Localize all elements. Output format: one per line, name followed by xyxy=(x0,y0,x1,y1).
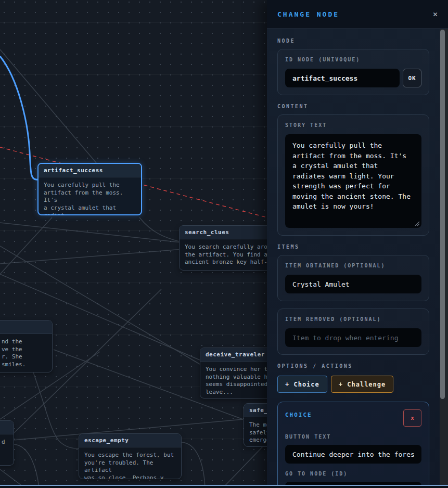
add-choice-button[interactable]: + Choice xyxy=(277,376,327,393)
panel-scroll-area: NODE ID NODE (UNIVOQUE) OK CONTENT STORY… xyxy=(267,29,440,485)
item-obtained-card: ITEM OBTAINED (OPTIONAL) xyxy=(277,255,429,301)
item-obtained-label: ITEM OBTAINED (OPTIONAL) xyxy=(285,263,421,268)
resize-grip-icon[interactable] xyxy=(415,221,420,226)
node-preview-text: You carefully pull the artifact from the… xyxy=(39,177,141,215)
change-node-panel: CHANGE NODE ✕ NODE ID NODE (UNIVOQUE) OK… xyxy=(267,0,448,488)
ok-button[interactable]: OK xyxy=(403,69,421,87)
selected-edge xyxy=(0,56,37,179)
panel-header: CHANGE NODE ✕ xyxy=(267,0,448,29)
node-title: escape_empty xyxy=(79,434,181,447)
id-node-input[interactable] xyxy=(285,69,400,87)
section-label-node: NODE xyxy=(277,38,429,44)
viewport-bottom-edge xyxy=(0,485,448,488)
node-preview-text: You escape the forest, but you're troubl… xyxy=(79,447,181,479)
remove-choice-button[interactable]: x xyxy=(403,409,421,427)
story-text-input[interactable]: You carefully pull the artifact from the… xyxy=(285,134,421,228)
item-removed-card: ITEM REMOVED (OPTIONAL) xyxy=(277,309,429,355)
item-removed-input[interactable] xyxy=(285,328,421,347)
item-removed-label: ITEM REMOVED (OPTIONAL) xyxy=(285,316,421,322)
node-preview-text: d xyxy=(0,434,14,451)
panel-scrollbar-track[interactable] xyxy=(440,29,448,485)
add-challenge-button[interactable]: + Challenge xyxy=(331,376,393,393)
story-text-label: STORY TEXT xyxy=(285,122,421,128)
id-node-card: ID NODE (UNIVOQUE) OK xyxy=(277,49,429,95)
graph-node-partial-left[interactable]: nd the ve the r. She smiles. xyxy=(0,320,53,373)
node-title xyxy=(0,320,52,334)
app-window: artifact_success You carefully pull the … xyxy=(0,0,448,488)
go-to-node-label: GO TO NODE (ID) xyxy=(285,471,421,477)
node-preview-text: nd the ve the r. She smiles. xyxy=(0,334,52,373)
panel-title: CHANGE NODE xyxy=(277,10,339,18)
graph-node-partial-bottom-left[interactable]: d xyxy=(0,420,14,466)
node-title: artifact_success xyxy=(39,164,141,177)
close-icon[interactable]: ✕ xyxy=(433,10,438,18)
section-label-items: ITEMS xyxy=(277,244,429,250)
section-label-content: CONTENT xyxy=(277,104,429,109)
section-label-options: OPTIONS / ACTIONS xyxy=(277,363,429,369)
button-text-input[interactable] xyxy=(285,445,421,464)
story-text-card: STORY TEXT You carefully pull the artifa… xyxy=(277,114,429,236)
choice-card-title: CHOICE xyxy=(285,409,312,418)
choice-card: CHOICE x BUTTON TEXT GO TO NODE (ID) STO… xyxy=(277,402,429,485)
button-text-label: BUTTON TEXT xyxy=(285,434,421,440)
graph-node-escape-empty[interactable]: escape_empty You escape the forest, but … xyxy=(79,433,182,479)
item-obtained-input[interactable] xyxy=(285,275,421,293)
graph-node-artifact-success[interactable]: artifact_success You carefully pull the … xyxy=(37,163,142,215)
node-title xyxy=(0,421,14,434)
id-node-label: ID NODE (UNIVOQUE) xyxy=(285,57,421,62)
panel-scrollbar-thumb[interactable] xyxy=(440,30,445,399)
